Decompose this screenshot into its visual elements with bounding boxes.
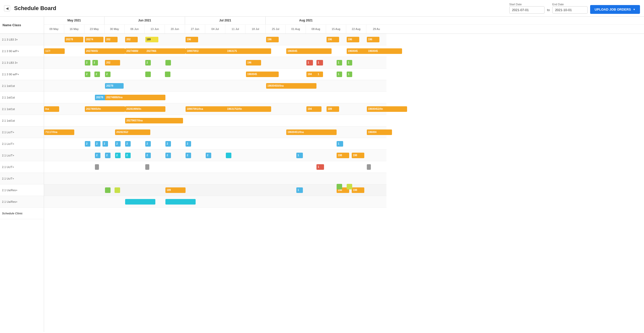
task-bar[interactable]: 1 xyxy=(316,72,323,77)
task-bar[interactable]: 198 xyxy=(337,153,349,158)
task-bar[interactable]: 196 xyxy=(327,37,339,42)
list-item: 2.1 1st/1st xyxy=(0,80,44,92)
task-bar[interactable]: 19600451//Ina xyxy=(286,129,337,135)
task-bar[interactable]: 2 xyxy=(85,141,90,147)
task-bar[interactable]: 117/ xyxy=(44,48,65,54)
task-bar[interactable]: 196 xyxy=(186,37,198,42)
name-class-column: Name Class 2.1 3 LB3 3+ 2.1 3 90 w/P+ 2.… xyxy=(0,17,44,332)
task-bar[interactable]: 1963175 xyxy=(226,48,271,54)
list-item: 2.1 Uc/T+ xyxy=(0,161,44,173)
task-bar[interactable]: 1960045 xyxy=(286,48,332,54)
task-bar[interactable]: 19631752//In xyxy=(226,106,271,112)
task-bar[interactable]: 198 xyxy=(352,187,364,193)
name-class-rows: 2.1 3 LB3 3+ 2.1 3 90 w/P+ 2.1 3 LB3 3+ … xyxy=(0,34,44,219)
task-bar[interactable]: 2 xyxy=(125,141,131,147)
task-bar[interactable]: 2 xyxy=(165,153,171,158)
task-bar[interactable]: 1 xyxy=(347,72,352,77)
task-bar[interactable]: 20278 xyxy=(105,83,124,89)
task-bar[interactable]: 20274 xyxy=(85,37,103,42)
task-bar[interactable]: 189 xyxy=(145,37,158,42)
task-bar[interactable] xyxy=(125,199,155,205)
task-bar[interactable]: 202 xyxy=(105,60,120,65)
task-bar[interactable]: 2 xyxy=(145,60,151,65)
task-bar[interactable]: 2 xyxy=(85,60,90,65)
task-bar[interactable]: 2 xyxy=(145,153,151,158)
task-bar[interactable]: 20281999//In xyxy=(125,106,165,112)
task-bar[interactable]: 1 xyxy=(306,60,313,65)
task-bar[interactable] xyxy=(367,164,371,170)
task-bar[interactable] xyxy=(337,184,342,189)
task-bar[interactable]: 194 xyxy=(306,106,321,112)
task-bar[interactable]: 2 xyxy=(95,141,100,147)
task-bar[interactable] xyxy=(105,187,111,193)
task-bar[interactable] xyxy=(145,72,151,77)
task-bar[interactable]: 20278 xyxy=(65,37,83,42)
task-bar[interactable]: 2 xyxy=(115,153,121,158)
task-bar[interactable]: 1 xyxy=(296,153,303,158)
task-bar[interactable]: 189 xyxy=(327,106,339,112)
gantt-row: 2 2 2 2 2 2 2 2 1 198 198 xyxy=(44,150,386,161)
task-bar[interactable]: 2 xyxy=(145,141,151,147)
task-bar[interactable] xyxy=(165,72,170,77)
task-bar[interactable]: 196 xyxy=(347,37,359,42)
gantt-area[interactable]: May 2021 Jun 2021 Jul 2021 Aug 2021 09 M… xyxy=(44,17,644,332)
task-bar[interactable]: 2 xyxy=(186,141,191,147)
list-item: 2.1 3 90 w/P+ xyxy=(0,45,44,57)
task-bar[interactable]: 189 xyxy=(165,187,186,193)
task-bar[interactable]: 20278005//In xyxy=(85,106,125,112)
task-bar[interactable]: 196 xyxy=(246,60,261,65)
task-bar[interactable]: 2 xyxy=(105,72,111,77)
task-bar[interactable]: 196 xyxy=(367,37,379,42)
task-bar[interactable]: 2 xyxy=(115,141,121,147)
task-bar[interactable]: 1 xyxy=(316,60,323,65)
task-bar[interactable] xyxy=(115,187,120,193)
task-bar[interactable]: 1 xyxy=(296,187,303,193)
task-bar[interactable]: Ina xyxy=(44,106,59,112)
task-bar[interactable]: 202 xyxy=(105,37,118,42)
task-bar[interactable] xyxy=(165,199,196,205)
task-bar[interactable]: 1 xyxy=(337,72,342,77)
task-bar[interactable]: 2 xyxy=(102,141,108,147)
upload-job-orders-button[interactable]: UPLOAD JOB ORDERS ▼ xyxy=(590,5,640,14)
task-bar[interactable]: 1 xyxy=(316,164,324,170)
task-bar[interactable]: 1 xyxy=(347,60,352,65)
task-bar[interactable]: 1 xyxy=(337,60,342,65)
week-cell: 09 May xyxy=(44,25,64,34)
task-bar[interactable]: 19600452//In xyxy=(367,106,407,112)
start-date-input[interactable] xyxy=(509,6,545,14)
task-bar[interactable] xyxy=(347,184,352,189)
back-button[interactable]: ◀ xyxy=(4,5,10,11)
task-bar[interactable]: 20278005/ xyxy=(85,48,125,54)
gantt-row xyxy=(44,173,386,184)
task-bar[interactable]: 1960045 xyxy=(367,48,402,54)
task-bar[interactable] xyxy=(95,164,99,170)
task-bar[interactable]: 2 xyxy=(95,153,100,158)
task-bar[interactable]: 2 xyxy=(125,153,131,158)
task-bar[interactable]: 2 xyxy=(85,72,90,77)
task-bar[interactable]: 2 xyxy=(186,153,191,158)
task-bar[interactable]: 2 xyxy=(94,72,100,77)
task-bar[interactable]: 71117//Ina xyxy=(44,129,74,135)
task-bar[interactable]: 1960045 xyxy=(246,72,279,77)
end-date-input[interactable] xyxy=(552,6,588,14)
task-bar[interactable]: 20279657//Ina xyxy=(125,118,183,123)
page-title: Schedule Board xyxy=(14,5,505,12)
task-bar[interactable]: 202 xyxy=(125,37,138,42)
week-cell: 27 Jun xyxy=(185,25,205,34)
task-bar[interactable]: 2 xyxy=(92,60,98,65)
task-bar[interactable]: 196004 xyxy=(367,129,392,135)
task-bar[interactable]: 19600450//Ina xyxy=(266,83,316,89)
task-bar[interactable]: 2 xyxy=(105,153,111,158)
task-bar[interactable] xyxy=(165,60,171,65)
task-bar[interactable]: 2 xyxy=(206,153,211,158)
task-bar[interactable]: 196 xyxy=(266,37,279,42)
task-bar[interactable]: 20282352/ xyxy=(115,129,150,135)
task-bar[interactable]: 2 xyxy=(165,141,171,147)
task-bar[interactable]: 1 xyxy=(337,141,343,147)
task-bar[interactable] xyxy=(145,164,149,170)
task-bar[interactable]: 198 xyxy=(352,153,364,158)
task-bar[interactable] xyxy=(226,153,231,158)
task-bar[interactable]: 2027966 xyxy=(145,48,186,54)
task-bar[interactable]: 20274888//Ina xyxy=(105,95,165,100)
gantt-row xyxy=(44,196,386,208)
